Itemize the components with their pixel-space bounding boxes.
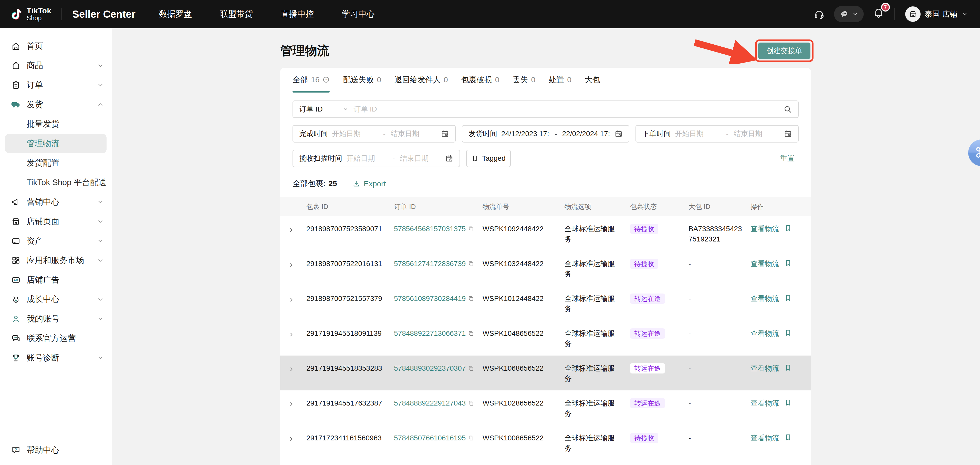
expand-row-button[interactable] [288, 294, 306, 305]
reset-filters-link[interactable]: 重置 [780, 153, 795, 163]
tab-count: 0 [444, 75, 448, 84]
topnav-item-1[interactable]: 数据罗盘 [159, 8, 192, 20]
bookmark-icon[interactable] [784, 328, 792, 337]
shipping-option-cell: 全球标准运输服务 [565, 328, 630, 349]
sidebar-item-0[interactable]: 首页 [0, 37, 112, 56]
status-badge: 转运在途 [630, 294, 665, 304]
bookmark-icon[interactable] [784, 294, 792, 302]
sidebar-item-6[interactable]: 发货配置 [0, 153, 112, 173]
sidebar-item-label: 账号诊断 [27, 352, 59, 363]
tiktok-shop-logo[interactable]: TikTok Shop [9, 7, 51, 21]
view-logistics-link[interactable]: 查看物流 [751, 363, 779, 374]
topnav-item-4[interactable]: 学习中心 [342, 8, 375, 20]
date-filter-label: 发货时间 [468, 129, 497, 139]
search-icon[interactable] [783, 105, 792, 113]
sidebar-item-footer[interactable]: ?帮助中心 [0, 440, 112, 460]
sidebar-item-16[interactable]: 账号诊断 [0, 348, 112, 368]
date-start-value: 24/12/2023 17:0 [501, 130, 549, 138]
order-id-link[interactable]: 578485076610616195 [394, 434, 466, 442]
copy-icon[interactable] [468, 365, 474, 372]
date-filter-3[interactable]: 下单时间开始日期-结束日期 [635, 125, 799, 142]
sidebar-item-5[interactable]: 管理物流 [5, 134, 107, 153]
shop-switcher[interactable]: 泰国 店铺 [905, 6, 968, 22]
bookmark-icon[interactable] [784, 259, 792, 267]
table-row-2: 2918987007522016131578561274172836739WSP… [280, 251, 811, 286]
view-logistics-link[interactable]: 查看物流 [751, 433, 779, 443]
order-id-link[interactable]: 578564568157031375 [394, 225, 466, 233]
notifications-button[interactable]: 7 [873, 8, 884, 21]
tab-7[interactable]: 大包 [585, 68, 600, 92]
view-logistics-link[interactable]: 查看物流 [751, 328, 779, 339]
clipboard-icon [11, 80, 21, 90]
copy-icon[interactable] [468, 295, 474, 302]
sidebar-item-4[interactable]: 批量发货 [0, 114, 112, 134]
view-logistics-link[interactable]: 查看物流 [751, 224, 779, 234]
expand-row-button[interactable] [288, 398, 306, 410]
tab-3[interactable]: 退回给发件人0 [395, 68, 448, 92]
tab-6[interactable]: 处置0 [549, 68, 571, 92]
seller-center-app: TikTok Shop Seller Center 数据罗盘联盟带货直播中控学习… [0, 0, 980, 465]
topnav-item-3[interactable]: 直播中控 [281, 8, 314, 20]
tab-5[interactable]: 丢失0 [512, 68, 535, 92]
date-filter-4[interactable]: 揽收扫描时间开始日期-结束日期 [293, 150, 460, 167]
search-input[interactable]: 订单 ID [353, 104, 778, 114]
sidebar-item-12[interactable]: AD店铺广告 [0, 270, 112, 290]
tab-2[interactable]: 配送失败0 [343, 68, 381, 92]
expand-row-button[interactable] [288, 224, 306, 236]
sidebar-item-1[interactable]: 商品 [0, 56, 112, 75]
copy-icon[interactable] [468, 225, 474, 232]
topnav-item-2[interactable]: 联盟带货 [220, 8, 253, 20]
expand-row-button[interactable] [288, 328, 306, 340]
sidebar-item-9[interactable]: 店铺页面 [0, 212, 112, 231]
sidebar-item-2[interactable]: 订单 [0, 75, 112, 95]
topbar-divider [894, 8, 895, 20]
expand-row-button[interactable] [288, 433, 306, 445]
sidebar-item-10[interactable]: 资产 [0, 231, 112, 251]
expand-row-button[interactable] [288, 259, 306, 270]
view-logistics-link[interactable]: 查看物流 [751, 259, 779, 269]
tagged-filter-button[interactable]: Tagged [466, 150, 511, 167]
copy-icon[interactable] [468, 260, 474, 267]
messages-button[interactable] [834, 6, 864, 22]
order-id-link[interactable]: 578488922713066371 [394, 329, 466, 337]
copy-icon[interactable] [468, 435, 474, 441]
tab-1[interactable]: 全部16? [293, 68, 330, 92]
create-handover-button[interactable]: 创建交接单 [758, 43, 810, 59]
view-logistics-link[interactable]: 查看物流 [751, 398, 779, 408]
order-id-link[interactable]: 578561089730284419 [394, 294, 466, 302]
sidebar-item-11[interactable]: 应用和服务市场 [0, 251, 112, 270]
sidebar-item-13[interactable]: 成长中心 [0, 290, 112, 309]
grid-icon [11, 256, 21, 265]
copy-icon[interactable] [468, 330, 474, 337]
sidebar-item-7[interactable]: TikTok Shop 平台配送 [0, 173, 112, 192]
sidebar-item-15[interactable]: 联系官方运营 [0, 329, 112, 348]
logistics-card: 全部16?配送失败0退回给发件人0包裹破损0丢失0处置0大包 订单 ID 订单 … [280, 68, 811, 465]
svg-text:?: ? [15, 447, 17, 452]
expand-row-button[interactable] [288, 363, 306, 375]
order-id-link[interactable]: 578488892229127043 [394, 399, 466, 407]
bookmark-icon[interactable] [784, 363, 792, 371]
view-logistics-link[interactable]: 查看物流 [751, 294, 779, 304]
support-headset-icon[interactable] [813, 8, 825, 20]
date-filter-label: 下单时间 [642, 129, 671, 139]
column-header: 物流选项 [565, 202, 630, 211]
bookmark-icon[interactable] [784, 398, 792, 406]
tab-4[interactable]: 包裹破损0 [461, 68, 500, 92]
bookmark-icon[interactable] [784, 224, 792, 232]
shipping-option-cell: 全球标准运输服务 [565, 294, 630, 314]
sidebar-item-14[interactable]: 我的账号 [0, 309, 112, 329]
sidebar-item-3[interactable]: 发货 [0, 95, 112, 114]
tracking-number-cell: WSPK1048656522 [482, 328, 565, 339]
package-id-cell: 2917191945518353283 [306, 363, 394, 374]
copy-icon[interactable] [468, 400, 474, 407]
export-button[interactable]: Export [352, 179, 386, 188]
date-filter-2[interactable]: 发货时间24/12/2023 17:0-22/02/2024 17: [462, 125, 629, 142]
order-id-link[interactable]: 578488930292370307 [394, 364, 466, 372]
date-filter-1[interactable]: 完成时间开始日期-结束日期 [293, 125, 456, 142]
search-field-select[interactable]: 订单 ID [293, 104, 353, 114]
sidebar-item-8[interactable]: 营销中心 [0, 192, 112, 212]
chevron-down-icon [97, 355, 103, 361]
bookmark-icon[interactable] [784, 433, 792, 441]
chat-icon [11, 334, 21, 343]
order-id-link[interactable]: 578561274172836739 [394, 260, 466, 268]
